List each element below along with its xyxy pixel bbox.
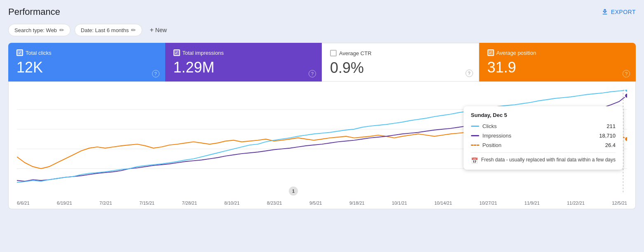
edit-icon: ✏ xyxy=(131,27,136,33)
data-tooltip: Sunday, Dec 5 Clicks 211 Impressions 18,… xyxy=(464,106,623,170)
tooltip-row-clicks: Clicks 211 xyxy=(471,123,616,129)
x-label-9: 10/1/21 xyxy=(392,201,407,205)
position-help-icon[interactable]: ? xyxy=(623,70,630,77)
average-ctr-card: Average CTR 0.9% ? xyxy=(322,43,479,82)
metric-header-impressions: ✓ Total impressions xyxy=(173,49,314,56)
calendar-icon: 📅 xyxy=(471,157,478,164)
total-clicks-card: ✓ Total clicks 12K ? xyxy=(8,43,165,82)
tooltip-row-position: Position 26.4 xyxy=(471,142,616,148)
x-label-6: 8/23/21 xyxy=(267,201,282,205)
filters-row: Search type: Web ✏ Date: Last 6 months ✏… xyxy=(8,24,636,36)
clicks-value: 12K xyxy=(16,59,157,76)
position-value: 31.9 xyxy=(487,59,628,76)
x-label-5: 8/10/21 xyxy=(225,201,240,205)
clicks-tooltip-value: 211 xyxy=(607,123,616,129)
impressions-label: Total impressions xyxy=(183,50,224,56)
svg-point-6 xyxy=(625,93,627,98)
x-label-10: 10/14/21 xyxy=(434,201,452,205)
tooltip-row-impressions: Impressions 18,710 xyxy=(471,133,616,139)
fresh-data-note: 📅 Fresh data - usually replaced with fin… xyxy=(471,157,616,164)
ctr-label: Average CTR xyxy=(339,50,372,56)
add-new-button[interactable]: + New xyxy=(146,25,170,35)
annotation-label: 1 xyxy=(289,187,298,196)
page: Performance EXPORT Search type: Web ✏ Da… xyxy=(0,0,644,252)
svg-point-5 xyxy=(625,90,627,92)
tooltip-row-left: Position xyxy=(471,142,501,148)
tooltip-row-left: Clicks xyxy=(471,123,497,129)
ctr-value: 0.9% xyxy=(330,60,471,76)
impressions-checkbox[interactable]: ✓ xyxy=(173,49,180,56)
total-impressions-card: ✓ Total impressions 1.29M ? xyxy=(165,43,322,82)
download-icon xyxy=(601,8,609,16)
x-label-3: 7/15/21 xyxy=(139,201,155,205)
page-title: Performance xyxy=(8,7,60,17)
x-label-8: 9/18/21 xyxy=(349,201,365,205)
clicks-help-icon[interactable]: ? xyxy=(152,70,159,77)
clicks-label: Total clicks xyxy=(26,50,52,56)
edit-icon: ✏ xyxy=(59,27,64,33)
impressions-tooltip-value: 18,710 xyxy=(599,133,616,139)
metric-header-position: ✓ Average position xyxy=(487,49,628,56)
x-label-14: 12/5/21 xyxy=(612,201,627,205)
tooltip-divider xyxy=(471,152,616,153)
x-label-12: 11/9/21 xyxy=(525,201,540,205)
impressions-help-icon[interactable]: ? xyxy=(309,70,316,77)
impressions-legend-line xyxy=(471,135,479,136)
plus-icon: + xyxy=(150,26,153,34)
date-range-filter[interactable]: Date: Last 6 months ✏ xyxy=(75,24,142,36)
x-label-2: 7/2/21 xyxy=(99,201,112,205)
tooltip-row-left: Impressions xyxy=(471,133,511,139)
position-checkbox[interactable]: ✓ xyxy=(487,49,494,56)
x-label-7: 9/5/21 xyxy=(309,201,322,205)
average-position-card: ✓ Average position 31.9 ? xyxy=(479,43,636,82)
tooltip-date: Sunday, Dec 5 xyxy=(471,112,616,118)
x-label-4: 7/28/21 xyxy=(182,201,197,205)
metric-header-ctr: Average CTR xyxy=(330,50,471,56)
x-label-1: 6/19/21 xyxy=(57,201,72,205)
ctr-checkbox[interactable] xyxy=(330,50,337,56)
svg-point-7 xyxy=(625,137,627,141)
x-axis-labels: 6/6/21 6/19/21 7/2/21 7/15/21 7/28/21 8/… xyxy=(17,201,627,205)
impressions-value: 1.29M xyxy=(173,59,314,76)
clicks-checkbox[interactable]: ✓ xyxy=(16,49,23,56)
x-label-0: 6/6/21 xyxy=(17,201,30,205)
metric-header-clicks: ✓ Total clicks xyxy=(16,49,157,56)
x-label-13: 11/22/21 xyxy=(567,201,585,205)
clicks-legend-line xyxy=(471,126,479,127)
chart-area: 1 6/6/21 6/19/21 7/2/21 7/15/21 7/28/21 … xyxy=(8,82,636,209)
metrics-row: ✓ Total clicks 12K ? ✓ Total impressions… xyxy=(8,43,636,82)
header: Performance EXPORT xyxy=(8,7,636,17)
position-tooltip-value: 26.4 xyxy=(605,142,616,148)
search-type-filter[interactable]: Search type: Web ✏ xyxy=(8,24,70,36)
annotation-marker[interactable]: 1 xyxy=(289,187,298,196)
export-button[interactable]: EXPORT xyxy=(601,8,636,16)
position-legend-line xyxy=(471,145,479,146)
ctr-help-icon[interactable]: ? xyxy=(466,70,473,77)
position-label: Average position xyxy=(496,50,536,56)
x-label-11: 10/27/21 xyxy=(480,201,497,205)
